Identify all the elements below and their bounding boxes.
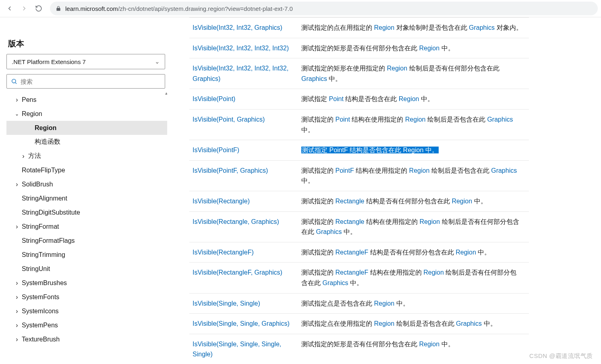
method-link[interactable]: IsVisible(Int32, Int32, Int32, Int32, Gr… — [193, 65, 288, 82]
method-link[interactable]: IsVisible(Point, Graphics) — [193, 116, 265, 123]
nav-item-stringalignment[interactable]: ›StringAlignment — [6, 191, 167, 205]
nav-item-solidbrush[interactable]: ›SolidBrush — [6, 177, 167, 191]
scroll-up-icon[interactable]: ▲ — [164, 91, 167, 95]
method-link[interactable]: IsVisible(Rectangle, Graphics) — [193, 218, 279, 225]
type-link[interactable]: Graphics — [469, 24, 495, 31]
type-link[interactable]: Region — [456, 249, 476, 256]
browser-toolbar: learn.microsoft.com/zh-cn/dotnet/api/sys… — [0, 0, 601, 17]
type-link[interactable]: Graphics — [491, 167, 517, 174]
type-link[interactable]: Region — [423, 269, 444, 276]
method-description-cell: 测试指定的 RectangleF 结构是否有任何部分包含在此 Region 中。 — [298, 242, 529, 263]
nav-item-texturebrush[interactable]: ›TextureBrush — [6, 332, 167, 346]
method-link[interactable]: IsVisible(Single, Single, Single, Single… — [193, 341, 281, 358]
lock-icon — [56, 6, 61, 11]
type-link[interactable]: Region — [374, 320, 394, 327]
chevron-right-icon: › — [15, 181, 19, 188]
table-row: IsVisible(Int32, Int32, Int32, Int32, Gr… — [189, 58, 529, 89]
method-signature-cell: IsVisible(Int32, Int32, Int32, Int32, Gr… — [189, 58, 298, 89]
method-link[interactable]: IsVisible(Point) — [193, 95, 235, 102]
method-link[interactable]: IsVisible(Rectangle) — [193, 198, 250, 205]
nav-item-方法[interactable]: ›方法 — [6, 149, 167, 163]
method-link[interactable]: IsVisible(Int32, Int32, Int32, Int32) — [193, 45, 289, 52]
method-signature-cell: IsVisible(RectangleF) — [189, 242, 298, 263]
method-signature-cell: IsVisible(Rectangle) — [189, 191, 298, 211]
table-row: IsVisible(Rectangle)测试指定的 Rectangle 结构是否… — [189, 191, 529, 211]
type-link[interactable]: Graphics — [487, 116, 513, 123]
type-link[interactable]: RectangleF — [335, 269, 368, 276]
type-link[interactable]: Region — [409, 167, 430, 174]
type-link[interactable]: Graphics — [456, 320, 482, 327]
type-link[interactable]: Region — [419, 218, 440, 225]
nav-item-systemfonts[interactable]: ›SystemFonts — [6, 290, 167, 304]
type-link[interactable]: Point — [329, 95, 343, 102]
method-link[interactable]: IsVisible(RectangleF) — [193, 249, 254, 256]
method-link[interactable]: IsVisible(Single, Single, Graphics) — [193, 320, 290, 327]
nav-item-stringdigitsubstitute[interactable]: ›StringDigitSubstitute — [6, 205, 167, 219]
type-link[interactable]: Region — [374, 300, 394, 307]
method-link[interactable]: IsVisible(RectangleF, Graphics) — [193, 269, 282, 276]
nav-item-stringtrimming[interactable]: ›StringTrimming — [6, 248, 167, 262]
type-link[interactable]: Region — [452, 198, 472, 205]
table-row: IsVisible(RectangleF)测试指定的 RectangleF 结构… — [189, 242, 529, 263]
nav-item-stringunit[interactable]: ›StringUnit — [6, 262, 167, 276]
method-signature-cell: IsVisible(Single, Single) — [189, 293, 298, 314]
type-link[interactable]: Region — [419, 45, 439, 52]
search-input[interactable] — [21, 78, 161, 85]
method-signature-cell: IsVisible(Single, Single, Single, Single… — [189, 334, 298, 364]
reload-button[interactable] — [32, 2, 45, 15]
nav-item-label: SystemFonts — [22, 294, 59, 301]
version-dropdown[interactable]: .NET Platform Extensions 7 ⌄ — [6, 54, 165, 69]
nav-item-region[interactable]: ›Region — [6, 121, 167, 135]
type-link[interactable]: Point — [335, 116, 350, 123]
nav-item-构造函数[interactable]: ›构造函数 — [6, 135, 167, 149]
nav-item-label: Pens — [22, 96, 36, 103]
type-link[interactable]: Region — [419, 341, 439, 347]
type-link[interactable]: RectangleF — [335, 249, 368, 256]
type-link[interactable]: Rectangle — [335, 198, 364, 205]
type-link[interactable]: Region — [387, 65, 407, 72]
search-icon — [11, 78, 17, 85]
method-link[interactable]: IsVisible(Int32, Int32, Graphics) — [193, 24, 282, 31]
nav-item-rotatefliptype[interactable]: ›RotateFlipType — [6, 163, 167, 177]
chevron-right-icon: › — [15, 223, 19, 230]
method-description-cell: 测试指定的 RectangleF 结构在使用指定的 Region 绘制后是否有任… — [298, 263, 529, 293]
search-box[interactable] — [6, 74, 165, 89]
nav-item-systembrushes[interactable]: ›SystemBrushes — [6, 276, 167, 290]
type-link[interactable]: Region — [405, 116, 426, 123]
version-heading: 版本 — [8, 38, 165, 49]
type-link[interactable]: PointF — [329, 147, 348, 153]
method-description-cell: 测试指定点是否包含在此 Region 中。 — [298, 293, 529, 314]
nav-item-label: StringFormatFlags — [22, 237, 75, 244]
nav-item-region[interactable]: ⌄Region — [6, 107, 167, 121]
nav-item-stringformatflags[interactable]: ›StringFormatFlags — [6, 234, 167, 248]
method-link[interactable]: IsVisible(Single, Single) — [193, 300, 260, 307]
nav-item-label: StringAlignment — [22, 195, 67, 202]
type-link[interactable]: Rectangle — [335, 218, 364, 225]
nav-item-label: SystemIcons — [22, 308, 59, 315]
type-link[interactable]: PointF — [335, 167, 354, 174]
sidebar: 版本 .NET Platform Extensions 7 ⌄ ▲ ›Pens⌄… — [0, 17, 167, 364]
method-link[interactable]: IsVisible(PointF) — [193, 147, 239, 153]
address-bar[interactable]: learn.microsoft.com/zh-cn/dotnet/api/sys… — [50, 2, 598, 15]
type-link[interactable]: Graphics — [316, 228, 342, 235]
method-signature-cell: IsVisible(Rectangle, Graphics) — [189, 211, 298, 242]
back-button[interactable] — [3, 2, 16, 15]
nav-item-stringformat[interactable]: ›StringFormat — [6, 219, 167, 234]
type-link[interactable]: Region — [399, 95, 419, 102]
type-link[interactable]: Graphics — [301, 75, 327, 82]
nav-item-pens[interactable]: ›Pens — [6, 93, 167, 107]
nav-item-systempens[interactable]: ›SystemPens — [6, 318, 167, 332]
type-link[interactable]: Region — [374, 24, 394, 31]
nav-item-systemicons[interactable]: ›SystemIcons — [6, 304, 167, 318]
method-signature-cell: IsVisible(PointF, Graphics) — [189, 160, 298, 191]
type-link[interactable]: Graphics — [322, 279, 348, 286]
method-description-cell: 测试指定的矩形在使用指定的 Region 绘制后是否有任何部分包含在此 Grap… — [298, 58, 529, 89]
forward-button[interactable] — [18, 2, 31, 15]
method-link[interactable]: IsVisible(PointF, Graphics) — [193, 167, 268, 174]
method-description-cell: 测试指定的 PointF 结构在使用指定的 Region 绘制后是否包含在此 G… — [298, 160, 529, 191]
nav-item-label: TextureBrush — [22, 336, 60, 343]
nav-tree: ›Pens⌄Region›Region›构造函数›方法›RotateFlipTy… — [6, 93, 167, 346]
method-description-cell: 测试指定 PointF 结构是否包含在此 Region 中。 — [298, 140, 529, 161]
type-link[interactable]: Region — [403, 147, 424, 153]
api-table: IsVisible(Int32, Int32, Graphics)测试指定的点在… — [189, 17, 529, 364]
